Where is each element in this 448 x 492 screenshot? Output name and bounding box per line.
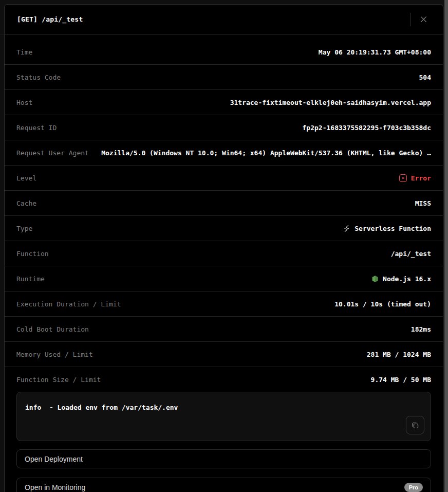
row-label: Host: [16, 99, 32, 106]
row-label: Request ID: [16, 124, 57, 132]
row-value-text: /api/_test: [391, 250, 431, 258]
row-value: 281 MB / 1024 MB: [100, 351, 431, 358]
copy-button[interactable]: [406, 416, 424, 434]
detail-row: Function/api/_test: [5, 241, 443, 266]
detail-row: RuntimeNode.js 16.x: [5, 266, 443, 291]
row-value: /api/_test: [56, 250, 431, 258]
detail-row: Host31trace-fixtimeout-elklej0eh-saidhas…: [5, 90, 443, 115]
row-value: Node.js 16.x: [52, 275, 431, 283]
detail-row: Status Code504: [5, 65, 443, 90]
row-value: MISS: [44, 199, 431, 207]
row-value: May 06 20:19:31.73 GMT+08:00: [40, 48, 431, 56]
copy-icon: [411, 421, 419, 429]
detail-row: TimeMay 06 20:19:31.73 GMT+08:00: [5, 40, 443, 65]
row-value-text: 10.01s / 10s (timed out): [334, 300, 431, 308]
detail-row: Execution Duration / Limit10.01s / 10s (…: [5, 291, 443, 317]
row-value-text: Node.js 16.x: [383, 275, 431, 283]
log-output-box: info - Loaded env from /var/task/.env: [16, 392, 431, 441]
row-value: 10.01s / 10s (timed out): [128, 300, 432, 308]
detail-row: Request IDfp2p2-1683375582295-f703c3b358…: [5, 115, 443, 140]
close-button[interactable]: [414, 9, 437, 30]
row-value: 504: [68, 74, 431, 81]
dialog-header: [GET] /api/_test: [5, 5, 443, 34]
open-deployment-button[interactable]: Open Deployment: [16, 449, 431, 468]
row-value-text: 281 MB / 1024 MB: [367, 351, 431, 358]
open-deployment-label: Open Deployment: [25, 455, 423, 463]
row-label: Runtime: [16, 275, 45, 283]
row-value: ✕Error: [44, 174, 431, 182]
row-value: 182ms: [96, 325, 431, 333]
log-detail-dialog: [GET] /api/_test TimeMay 06 20:19:31.73 …: [4, 4, 443, 492]
row-label: Execution Duration / Limit: [16, 300, 121, 308]
row-label: Request User Agent: [16, 149, 89, 157]
detail-row: TypeServerless Function: [5, 216, 443, 241]
scrollbar[interactable]: [444, 0, 448, 492]
row-label: Memory Used / Limit: [16, 351, 93, 358]
row-value-text: fp2p2-1683375582295-f703c3b358dc: [303, 124, 431, 132]
nodejs-icon: [371, 275, 379, 283]
row-label: Type: [16, 225, 32, 232]
dialog-title: [GET] /api/_test: [17, 15, 410, 23]
error-icon: ✕: [399, 174, 407, 182]
scrollbar-thumb[interactable]: [444, 0, 448, 492]
row-value-text: MISS: [415, 199, 431, 207]
function-icon: [343, 225, 350, 232]
row-value-text: 9.74 MB / 50 MB: [371, 376, 431, 384]
row-label: Level: [16, 174, 36, 182]
row-value-text: Error: [411, 174, 431, 182]
detail-row: Level✕Error: [5, 166, 443, 191]
detail-row: Function Size / Limit9.74 MB / 50 MB: [5, 367, 443, 392]
detail-row: CacheMISS: [5, 191, 443, 216]
row-value: Mozilla/5.0 (Windows NT 10.0; Win64; x64…: [96, 149, 431, 157]
row-label: Function: [16, 250, 49, 258]
row-value-text: May 06 20:19:31.73 GMT+08:00: [319, 48, 431, 56]
row-value: fp2p2-1683375582295-f703c3b358dc: [64, 124, 431, 132]
row-value: Serverless Function: [40, 225, 431, 232]
row-value-text: Serverless Function: [354, 225, 431, 232]
row-value-text: 31trace-fixtimeout-elklej0eh-saidhasyim.…: [230, 99, 431, 106]
open-monitoring-label: Open in Monitoring: [25, 483, 404, 491]
header-divider: [410, 13, 411, 26]
row-value-text: 182ms: [411, 325, 431, 333]
detail-row: Request User AgentMozilla/5.0 (Windows N…: [5, 140, 443, 166]
row-label: Cold Boot Duration: [16, 325, 89, 333]
row-value-text: Mozilla/5.0 (Windows NT 10.0; Win64; x64…: [101, 149, 431, 157]
row-value: 9.74 MB / 50 MB: [108, 376, 431, 384]
row-label: Cache: [16, 199, 36, 207]
row-value-text: 504: [419, 74, 431, 81]
log-line: info - Loaded env from /var/task/.env: [25, 404, 422, 411]
row-label: Status Code: [16, 74, 61, 81]
row-label: Time: [16, 48, 32, 56]
details-list: TimeMay 06 20:19:31.73 GMT+08:00Status C…: [5, 34, 443, 392]
detail-row: Memory Used / Limit281 MB / 1024 MB: [5, 342, 443, 367]
row-label: Function Size / Limit: [16, 376, 101, 384]
detail-row: Cold Boot Duration182ms: [5, 317, 443, 342]
row-value: 31trace-fixtimeout-elklej0eh-saidhasyim.…: [40, 99, 431, 106]
pro-badge: Pro: [404, 483, 423, 492]
close-icon: [420, 15, 427, 23]
open-monitoring-button[interactable]: Open in Monitoring Pro: [16, 478, 431, 492]
